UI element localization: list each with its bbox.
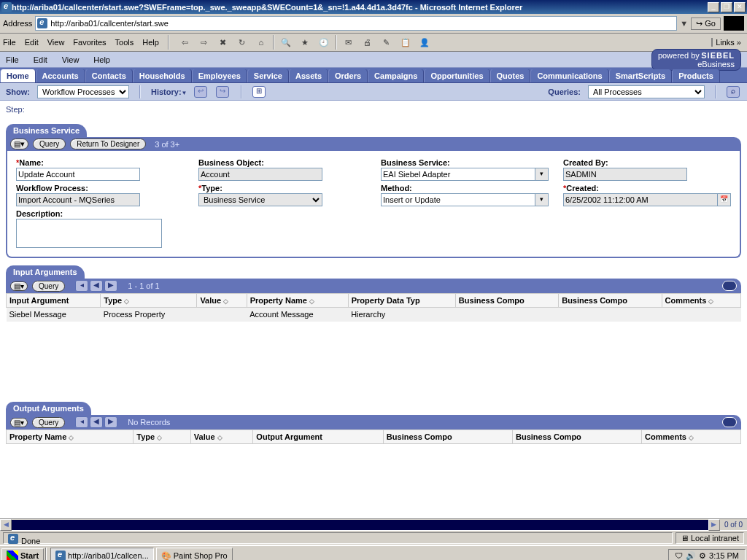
cell[interactable] xyxy=(559,308,662,322)
ie-menu-file[interactable]: File xyxy=(3,38,16,47)
query-button[interactable]: Query xyxy=(32,281,65,292)
tab-contacts[interactable]: Contacts xyxy=(85,69,133,82)
links-label[interactable]: Links » xyxy=(711,38,744,47)
menu-help[interactable]: Help xyxy=(93,55,110,64)
edit-icon[interactable]: ✎ xyxy=(379,35,394,50)
forward-icon[interactable]: ⇨ xyxy=(197,35,212,50)
tray-icon[interactable]: ⚙ xyxy=(699,551,706,561)
cell[interactable] xyxy=(455,308,558,322)
task-paintshop[interactable]: 🎨Paint Shop Pro xyxy=(156,548,233,560)
col-bus-comp-1[interactable]: Business Compo xyxy=(383,430,512,444)
tab-service[interactable]: Service xyxy=(247,69,289,82)
col-type[interactable]: Type◇ xyxy=(101,294,197,308)
ie-menu-edit[interactable]: Edit xyxy=(25,38,39,47)
cell[interactable] xyxy=(662,308,740,322)
return-to-designer-button[interactable]: Return To Designer xyxy=(70,139,146,149)
calendar-icon[interactable]: 📅 xyxy=(718,193,731,206)
home-icon[interactable]: ⌂ xyxy=(254,35,268,50)
history-forward-icon[interactable]: ↪ xyxy=(216,86,229,98)
query-button[interactable]: Query xyxy=(32,417,65,428)
table-row[interactable]: Siebel Message Process Property Account … xyxy=(7,308,741,322)
related-icon[interactable]: 👤 xyxy=(417,35,432,50)
refresh-icon[interactable]: ↻ xyxy=(235,35,249,50)
tab-households[interactable]: Households xyxy=(133,69,192,82)
cell[interactable]: Hierarchy xyxy=(348,308,455,322)
address-field[interactable]: http://ariba01/callcenter/start.swe xyxy=(35,16,677,31)
scroll-left-icon[interactable]: ◀ xyxy=(0,519,12,531)
first-record-icon[interactable]: ◂ xyxy=(75,416,88,428)
col-property-name[interactable]: Property Name◇ xyxy=(247,294,348,308)
dropdown-icon[interactable]: ▼ xyxy=(680,19,688,28)
prev-record-icon[interactable]: ◀ xyxy=(90,416,103,428)
search-icon[interactable]: 🔍 xyxy=(279,35,293,50)
prev-record-icon[interactable]: ◀ xyxy=(90,280,103,292)
col-property-name[interactable]: Property Name◇ xyxy=(7,430,133,444)
next-record-icon[interactable]: ▶ xyxy=(104,280,117,292)
col-bus-comp-2[interactable]: Business Compo xyxy=(559,294,662,308)
col-output-argument[interactable]: Output Argument xyxy=(253,430,384,444)
menu-button[interactable]: ▤▾ xyxy=(10,139,28,149)
tab-communications[interactable]: Communications xyxy=(530,69,608,82)
tab-products[interactable]: Products xyxy=(672,69,720,82)
col-bus-comp-1[interactable]: Business Compo xyxy=(455,294,558,308)
queries-dropdown[interactable]: All Processes xyxy=(588,85,705,98)
horizontal-scrollbar[interactable]: ◀ ▶ 0 of 0 xyxy=(0,518,747,530)
method-field[interactable] xyxy=(381,193,535,206)
export-icon[interactable] xyxy=(722,417,737,427)
col-value[interactable]: Value◇ xyxy=(190,430,253,444)
sitemap-icon[interactable]: ⊞ xyxy=(252,86,266,98)
first-record-icon[interactable]: ◂ xyxy=(75,280,88,292)
ie-menu-tools[interactable]: Tools xyxy=(115,38,134,47)
col-comments[interactable]: Comments◇ xyxy=(642,430,741,444)
col-comments[interactable]: Comments◇ xyxy=(662,294,740,308)
scroll-track[interactable] xyxy=(12,520,708,530)
tray-icon[interactable]: 🔊 xyxy=(686,551,696,561)
tray-icon[interactable]: 🛡 xyxy=(675,551,683,560)
col-bus-comp-2[interactable]: Business Compo xyxy=(512,430,641,444)
sort-icon[interactable]: ◇ xyxy=(708,298,713,305)
menu-view[interactable]: View xyxy=(62,55,80,64)
name-field[interactable] xyxy=(16,168,140,181)
col-value[interactable]: Value◇ xyxy=(197,294,247,308)
system-tray[interactable]: 🛡 🔊 ⚙ 3:15 PM xyxy=(668,549,746,561)
binoculars-icon[interactable]: ⌕ xyxy=(727,86,740,98)
sort-icon[interactable]: ◇ xyxy=(217,434,222,441)
next-record-icon[interactable]: ▶ xyxy=(104,416,117,428)
favorites-icon[interactable]: ★ xyxy=(298,35,312,50)
close-button[interactable]: ✕ xyxy=(734,2,746,12)
minimize-button[interactable]: _ xyxy=(708,2,719,12)
history-icon[interactable]: 🕘 xyxy=(317,35,331,50)
start-button[interactable]: Start xyxy=(1,548,44,560)
show-dropdown[interactable]: Workflow Processes xyxy=(37,85,129,98)
col-type[interactable]: Type◇ xyxy=(133,430,191,444)
menu-edit[interactable]: Edit xyxy=(34,55,47,64)
tab-quotes[interactable]: Quotes xyxy=(490,69,531,82)
sort-icon[interactable]: ◇ xyxy=(124,298,129,305)
business-service-field[interactable] xyxy=(381,168,535,181)
scroll-right-icon[interactable]: ▶ xyxy=(708,519,720,531)
sort-icon[interactable]: ◇ xyxy=(69,434,74,441)
ie-menu-help[interactable]: Help xyxy=(142,38,159,47)
tab-assets[interactable]: Assets xyxy=(289,69,328,82)
stop-icon[interactable]: ✖ xyxy=(216,35,231,50)
cell[interactable]: Process Property xyxy=(101,308,197,322)
sort-icon[interactable]: ◇ xyxy=(309,298,314,305)
discuss-icon[interactable]: 📋 xyxy=(398,35,413,50)
sort-icon[interactable]: ◇ xyxy=(157,434,162,441)
cell[interactable]: Siebel Message xyxy=(7,308,101,322)
tab-home[interactable]: Home xyxy=(0,69,36,82)
tab-orders[interactable]: Orders xyxy=(328,69,368,82)
history-back-icon[interactable]: ↩ xyxy=(194,86,207,98)
tab-campaigns[interactable]: Campaigns xyxy=(368,69,424,82)
go-button[interactable]: ↪ Go xyxy=(691,18,721,30)
print-icon[interactable]: 🖨 xyxy=(360,35,375,50)
ie-menu-favorites[interactable]: Favorites xyxy=(73,38,106,47)
menu-button[interactable]: ▤▾ xyxy=(10,281,28,291)
col-input-argument[interactable]: Input Argument xyxy=(7,294,101,308)
tab-accounts[interactable]: Accounts xyxy=(36,69,85,82)
cell[interactable] xyxy=(197,308,247,322)
mail-icon[interactable]: ✉ xyxy=(341,35,356,50)
type-field[interactable]: Business Service xyxy=(198,193,322,206)
picker-icon[interactable]: ▾ xyxy=(535,168,549,181)
query-button[interactable]: Query xyxy=(33,139,66,149)
